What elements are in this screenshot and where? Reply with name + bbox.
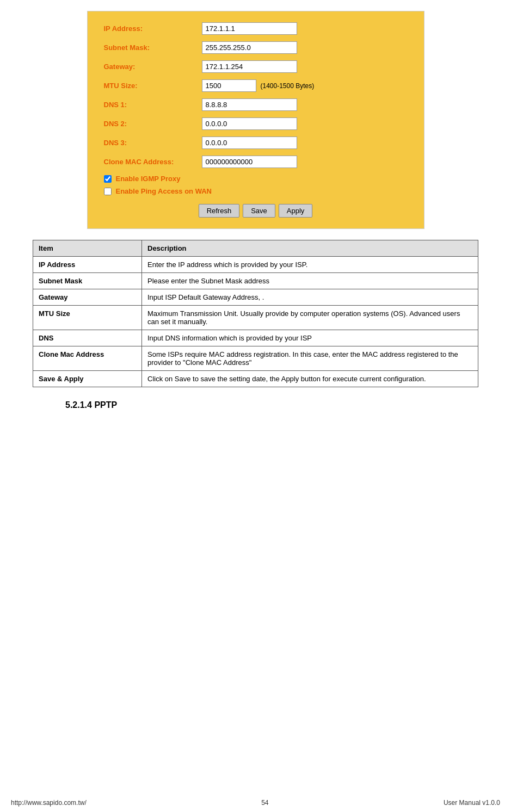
table-cell-item: MTU Size bbox=[33, 306, 142, 330]
gateway-label: Gateway: bbox=[104, 63, 202, 71]
ip-address-label: IP Address: bbox=[104, 24, 202, 33]
table-row: GatewayInput ISP Default Gateway Address… bbox=[33, 289, 478, 306]
refresh-button[interactable]: Refresh bbox=[199, 204, 240, 218]
dns3-input[interactable] bbox=[202, 137, 297, 149]
ping-access-row: Enable Ping Access on WAN bbox=[104, 187, 408, 195]
table-row: MTU SizeMaximum Transmission Unit. Usual… bbox=[33, 306, 478, 330]
mtu-size-input[interactable] bbox=[202, 79, 256, 92]
table-cell-item: Gateway bbox=[33, 289, 142, 306]
section-heading: 5.2.1.4 PPTP bbox=[65, 400, 478, 410]
table-cell-item: Clone Mac Address bbox=[33, 346, 142, 371]
dns2-input[interactable] bbox=[202, 117, 297, 130]
dns3-row: DNS 3: bbox=[104, 137, 408, 149]
dns1-row: DNS 1: bbox=[104, 98, 408, 111]
gateway-row: Gateway: bbox=[104, 60, 408, 73]
igmp-proxy-label: Enable IGMP Proxy bbox=[116, 175, 181, 183]
ip-address-row: IP Address: bbox=[104, 22, 408, 35]
table-row: Subnet MaskPlease enter the Subnet Mask … bbox=[33, 273, 478, 289]
table-cell-description: Some ISPs require MAC address registrati… bbox=[142, 346, 478, 371]
ping-access-checkbox[interactable] bbox=[104, 188, 112, 195]
dns3-label: DNS 3: bbox=[104, 139, 202, 147]
form-panel: IP Address: Subnet Mask: Gateway: MTU Si… bbox=[87, 11, 424, 229]
page-footer: http://www.sapido.com.tw/ 54 User Manual… bbox=[0, 799, 511, 807]
apply-button[interactable]: Apply bbox=[279, 204, 313, 218]
dns2-label: DNS 2: bbox=[104, 120, 202, 128]
ip-address-input[interactable] bbox=[202, 22, 297, 35]
dns1-label: DNS 1: bbox=[104, 101, 202, 109]
col-desc-header: Description bbox=[142, 240, 478, 257]
table-cell-description: Input DNS information which is provided … bbox=[142, 330, 478, 346]
description-table: Item Description IP AddressEnter the IP … bbox=[33, 240, 478, 387]
table-cell-item: DNS bbox=[33, 330, 142, 346]
table-cell-description: Input ISP Default Gateway Address, . bbox=[142, 289, 478, 306]
table-row: IP AddressEnter the IP address which is … bbox=[33, 257, 478, 273]
table-cell-item: IP Address bbox=[33, 257, 142, 273]
table-cell-item: Save & Apply bbox=[33, 371, 142, 387]
table-cell-item: Subnet Mask bbox=[33, 273, 142, 289]
col-item-header: Item bbox=[33, 240, 142, 257]
table-cell-description: Enter the IP address which is provided b… bbox=[142, 257, 478, 273]
clone-mac-row: Clone MAC Address: bbox=[104, 156, 408, 168]
table-cell-description: Click on Save to save the setting date, … bbox=[142, 371, 478, 387]
mtu-size-row: MTU Size: (1400-1500 Bytes) bbox=[104, 79, 408, 92]
igmp-proxy-row: Enable IGMP Proxy bbox=[104, 175, 408, 183]
clone-mac-label: Clone MAC Address: bbox=[104, 158, 202, 166]
mtu-size-label: MTU Size: bbox=[104, 82, 202, 90]
table-row: Save & ApplyClick on Save to save the se… bbox=[33, 371, 478, 387]
table-row: DNSInput DNS information which is provid… bbox=[33, 330, 478, 346]
save-button[interactable]: Save bbox=[243, 204, 275, 218]
dns1-input[interactable] bbox=[202, 98, 297, 111]
manual-version: User Manual v1.0.0 bbox=[444, 799, 500, 807]
subnet-mask-input[interactable] bbox=[202, 41, 297, 54]
subnet-mask-label: Subnet Mask: bbox=[104, 44, 202, 52]
button-row: Refresh Save Apply bbox=[104, 204, 408, 218]
clone-mac-input[interactable] bbox=[202, 156, 297, 168]
footer-link[interactable]: http://www.sapido.com.tw/ bbox=[11, 799, 87, 807]
table-row: Clone Mac AddressSome ISPs require MAC a… bbox=[33, 346, 478, 371]
table-cell-description: Please enter the Subnet Mask address bbox=[142, 273, 478, 289]
gateway-input[interactable] bbox=[202, 60, 297, 73]
dns2-row: DNS 2: bbox=[104, 117, 408, 130]
igmp-proxy-checkbox[interactable] bbox=[104, 175, 112, 183]
page-number: 54 bbox=[261, 799, 268, 807]
mtu-hint: (1400-1500 Bytes) bbox=[261, 82, 315, 90]
subnet-mask-row: Subnet Mask: bbox=[104, 41, 408, 54]
table-cell-description: Maximum Transmission Unit. Usually provi… bbox=[142, 306, 478, 330]
ping-access-label: Enable Ping Access on WAN bbox=[116, 187, 212, 195]
